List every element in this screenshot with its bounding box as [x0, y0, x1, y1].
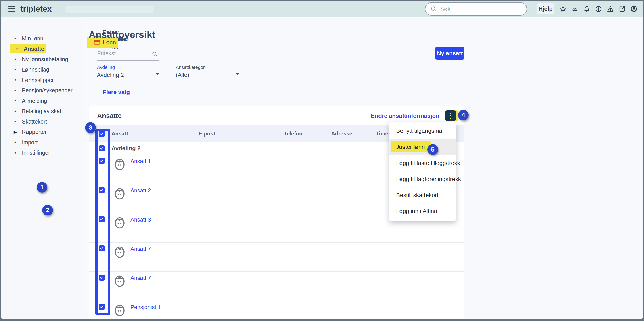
row-checkbox[interactable] — [99, 304, 105, 310]
warning-triangle-icon[interactable] — [606, 5, 614, 13]
sidebar-item-label: Import — [22, 139, 38, 146]
menu-item-benytt-tilgangsmal[interactable]: Benytt tilgangsmal — [390, 123, 456, 139]
employee-name-link[interactable]: Ansatt 1 — [130, 158, 151, 165]
row-checkbox[interactable] — [99, 245, 105, 251]
external-link-icon[interactable] — [618, 5, 626, 13]
search-icon — [152, 51, 158, 58]
row-checkbox[interactable] — [99, 158, 105, 164]
topbar: tripletex Hjelp — [1, 1, 643, 17]
kebab-wrap — [445, 110, 458, 121]
help-button[interactable]: Hjelp — [537, 3, 554, 14]
sidebar-item-skattekort[interactable]: • Skattekort — [1, 116, 82, 127]
employee-name-link[interactable]: Ansatt 3 — [130, 216, 151, 223]
menu-item-bestill-skattekort[interactable]: Bestill skattekort — [390, 187, 456, 203]
chevron-down-icon — [236, 73, 240, 75]
employee-name-link[interactable]: Ansatt 7 — [130, 275, 151, 281]
sidebar-item-import[interactable]: • Import — [1, 137, 82, 148]
annotation-step-1: 1 — [36, 182, 47, 193]
tripletex-logo: tripletex — [20, 5, 52, 14]
search-icon — [430, 6, 437, 12]
bell-icon[interactable] — [583, 5, 590, 13]
annotation-step-3: 3 — [85, 122, 96, 133]
employee-name-link[interactable]: Ansatt 7 — [130, 246, 151, 252]
download-icon[interactable] — [571, 5, 578, 13]
column-header-epost[interactable]: E-post — [196, 131, 281, 137]
sidebar-item-lonnsslipper[interactable]: • Lønnsslipper — [1, 75, 82, 85]
fritekst-filter[interactable] — [97, 50, 158, 61]
employee-avatar-icon — [114, 303, 126, 316]
annotation-step-4: 4 — [458, 110, 469, 121]
avdeling-select[interactable]: Avdeling Avdeling 2 — [97, 65, 161, 79]
bullet-icon: • — [12, 119, 19, 125]
sidebar: Favoritter Hjem Klient Timeliste Reiser … — [1, 17, 82, 319]
sidebar-item-pensjon-sykepenger[interactable]: • Pensjon/sykepenger — [1, 85, 82, 96]
sidebar-item-label: Pensjon/sykepenger — [22, 87, 72, 94]
column-header-telefon[interactable]: Telefon — [281, 131, 329, 137]
sidebar-item-label: Betaling av skatt — [22, 108, 63, 114]
main-content: Ansattoversikt Avdeling Avdeling 2 Ansat… — [82, 17, 643, 319]
new-employee-button[interactable]: Ny ansatt — [435, 47, 464, 60]
kebab-menu-button[interactable] — [445, 110, 456, 121]
kebab-icon — [450, 112, 452, 119]
bullet-icon: • — [12, 56, 19, 62]
sidebar-item-betaling-av-skatt[interactable]: • Betaling av skatt — [1, 106, 82, 117]
sidebar-item-label: Min lønn — [22, 35, 43, 42]
menu-item-faste-tillegg-trekk[interactable]: Legg til faste tillegg/trekk — [390, 155, 456, 171]
select-all-checkbox[interactable] — [99, 131, 105, 137]
employee-avatar-icon — [114, 157, 126, 171]
employee-name-link[interactable]: Ansatt 2 — [130, 187, 151, 194]
sidebar-item-label: Lønnsbilag — [22, 66, 49, 73]
fritekst-input[interactable] — [97, 50, 149, 57]
bullet-icon: • — [12, 108, 19, 114]
card-title: Ansatte — [97, 112, 122, 120]
sidebar-item-min-lonn[interactable]: • Min lønn — [1, 33, 82, 44]
edit-employee-info-link[interactable]: Endre ansattinformasjon — [371, 112, 439, 119]
search-input[interactable] — [440, 5, 516, 13]
sidebar-item-label: Ansatte — [24, 46, 44, 52]
topbar-icons — [559, 1, 638, 17]
menu-item-juster-lonn[interactable]: Juster lønn — [390, 139, 456, 155]
table-row: Ansatt 7 — [89, 272, 464, 301]
global-search[interactable] — [425, 2, 527, 16]
page-title: Ansattoversikt — [89, 29, 156, 40]
group-header-label: Avdeling 2 — [109, 145, 196, 152]
menu-item-logg-inn-altinn[interactable]: Logg inn i Altinn — [390, 203, 456, 219]
sidebar-item-lonnsbilag[interactable]: • Lønnsbilag — [1, 65, 82, 75]
group-checkbox[interactable] — [99, 145, 105, 151]
account-icon[interactable] — [630, 5, 638, 13]
bullet-icon: • — [12, 98, 19, 104]
row-checkbox[interactable] — [99, 216, 105, 222]
row-checkbox[interactable] — [99, 187, 105, 193]
sidebar-item-a-melding[interactable]: • A-melding — [1, 96, 82, 106]
bullet-icon: • — [14, 46, 20, 52]
sidebar-item-innstillinger[interactable]: • Innstillinger — [1, 148, 82, 158]
ansatte-highlight: • Ansatte — [10, 44, 46, 54]
sidebar-item-ny-lonnsutbetaling[interactable]: • Ny lønnsutbetaling — [1, 54, 82, 65]
annotation-step-5: 5 — [428, 144, 438, 155]
info-circle-icon[interactable] — [595, 5, 602, 13]
table-row: Pensjonist 1 — [89, 301, 464, 319]
sidebar-item-label: Ny lønnsutbetaling — [22, 56, 68, 63]
chevron-down-icon — [156, 73, 160, 75]
employee-name-link[interactable]: Pensjonist 1 — [130, 304, 161, 310]
sidebar-item-label: Innstillinger — [22, 150, 50, 156]
avdeling-label: Avdeling — [97, 65, 161, 70]
expand-triangle-icon[interactable]: ▶ — [12, 129, 19, 135]
menu-item-fagforeningstrekk[interactable]: Legg til fagforeningstrekk — [390, 171, 456, 187]
sidebar-item-label: A-melding — [22, 98, 47, 104]
row-checkbox[interactable] — [99, 274, 105, 280]
hamburger-menu-icon[interactable] — [8, 6, 16, 12]
ansattkategori-value: (Alle) — [176, 72, 241, 79]
star-icon[interactable] — [559, 5, 567, 13]
column-header-adresse[interactable]: Adresse — [329, 131, 373, 137]
employee-avatar-icon — [114, 186, 126, 200]
sidebar-item-rapporter-sub[interactable]: ▶ Rapporter — [1, 127, 82, 137]
ansattkategori-select[interactable]: Ansattkategori (Alle) — [176, 65, 241, 79]
column-header-ansatt[interactable]: Ansatt — [109, 131, 196, 137]
ansattkategori-label: Ansattkategori — [176, 65, 241, 70]
bullet-icon: • — [12, 150, 19, 156]
app-window: tripletex Hjelp Favoritter Hjem Kl — [1, 1, 643, 319]
more-options-link[interactable]: Flere valg — [103, 89, 130, 96]
employee-actions-menu: Benytt tilgangsmal Juster lønn Legg til … — [389, 122, 456, 221]
sidebar-item-ansatte[interactable]: • Ansatte — [1, 44, 82, 54]
